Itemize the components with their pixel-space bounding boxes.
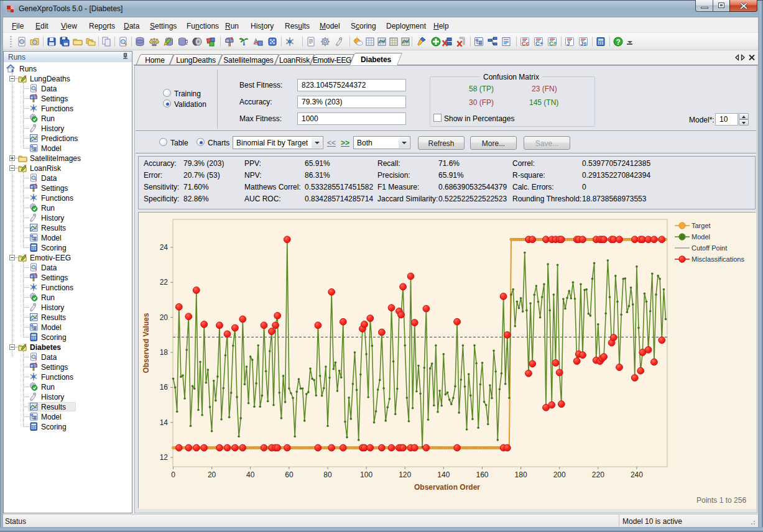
svg-text:Observed Values: Observed Values <box>142 313 150 373</box>
svg-text:0: 0 <box>171 470 175 479</box>
svg-text:20: 20 <box>208 470 216 479</box>
svg-text:?: ? <box>616 38 621 47</box>
svg-text:Cc: Cc <box>522 40 529 47</box>
svg-text:16: 16 <box>160 383 169 392</box>
svg-text:120: 120 <box>399 470 411 479</box>
svg-text:Cutoff Point: Cutoff Point <box>691 244 727 252</box>
svg-text:J: J <box>566 40 570 47</box>
svg-text:Observation Order: Observation Order <box>414 483 480 492</box>
svg-text:14: 14 <box>160 418 169 427</box>
svg-text:C++: C++ <box>535 40 543 47</box>
svg-text:220: 220 <box>592 470 604 479</box>
svg-text:12: 12 <box>160 453 169 462</box>
svg-text:100: 100 <box>360 470 372 479</box>
svg-text:22: 22 <box>160 278 169 287</box>
svg-text:140: 140 <box>437 470 450 479</box>
svg-text:240: 240 <box>631 470 643 479</box>
svg-text:160: 160 <box>476 470 488 479</box>
svg-text:60: 60 <box>285 470 294 479</box>
svg-text:Misclassifications: Misclassifications <box>691 255 744 263</box>
svg-text:20: 20 <box>160 313 169 322</box>
svg-text:200: 200 <box>553 470 566 479</box>
svg-text:180: 180 <box>515 470 527 479</box>
svg-text:24: 24 <box>160 243 169 252</box>
svg-text:18: 18 <box>160 348 169 357</box>
svg-text:40: 40 <box>246 470 255 479</box>
svg-text:?: ? <box>185 39 188 46</box>
svg-text:Target: Target <box>691 222 711 229</box>
svg-text:80: 80 <box>323 470 332 479</box>
svg-text:Js: Js <box>580 40 587 47</box>
svg-text:C#: C# <box>549 40 557 47</box>
svg-text:Model: Model <box>691 233 710 241</box>
